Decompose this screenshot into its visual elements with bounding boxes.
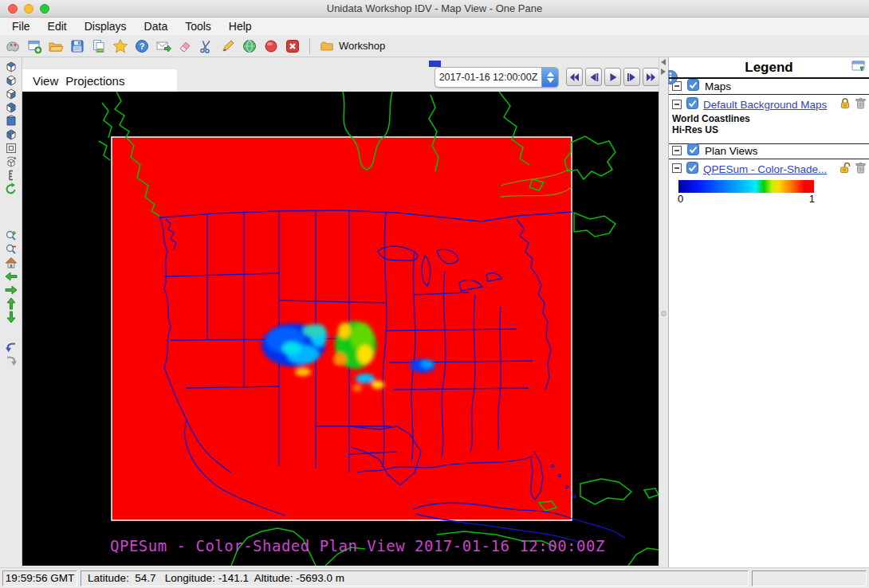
qpesum-display-row: QPESum - Color-Shade... <box>669 159 869 178</box>
map-caption: QPESum - Color-Shaded Plan View 2017-01-… <box>110 537 605 555</box>
collapse-right-icon[interactable] <box>661 69 666 75</box>
menu-displays[interactable]: Displays <box>76 18 136 35</box>
background-maps-link[interactable]: Default Background Maps <box>703 99 835 111</box>
auto-rotate-icon[interactable] <box>4 182 18 195</box>
collapse-left-icon[interactable] <box>661 59 666 65</box>
content-area: View Projections 2017-01-16 12:00:00Z <box>0 57 869 567</box>
undo-icon[interactable] <box>4 339 18 353</box>
collapse-box-icon[interactable] <box>672 98 682 112</box>
projections-menu[interactable]: Projections <box>65 74 124 88</box>
workshop-label: Workshop <box>339 40 385 52</box>
main-toolbar: ? Workshop <box>0 35 869 57</box>
window-title: Unidata Workshop IDV - Map View - One Pa… <box>0 2 869 14</box>
map-topbar: View Projections 2017-01-16 12:00:00Z <box>22 57 659 92</box>
folder-icon <box>319 38 335 54</box>
cube-east-view-icon[interactable] <box>4 100 18 114</box>
copy-icon[interactable] <box>91 38 107 54</box>
open-file-icon[interactable] <box>48 38 64 54</box>
go-to-end-button[interactable] <box>643 68 659 86</box>
cube-south-view-icon[interactable] <box>4 114 18 127</box>
favorites-icon[interactable] <box>112 38 128 54</box>
view-toolbar <box>0 57 22 567</box>
step-forward-button[interactable] <box>623 68 640 86</box>
maps-group-header: Maps <box>669 79 869 95</box>
qpesum-display-link[interactable]: QPESum - Color-Shade... <box>703 163 835 175</box>
lock-closed-icon[interactable] <box>840 97 851 112</box>
collapse-box-icon[interactable] <box>672 144 682 159</box>
legend-splitter[interactable] <box>659 57 668 567</box>
plan-views-group-label: Plan Views <box>705 145 758 157</box>
send-support-icon[interactable] <box>155 38 171 54</box>
go-to-start-button[interactable] <box>566 68 583 86</box>
home-view-icon[interactable] <box>4 256 18 269</box>
trash-icon[interactable] <box>855 97 866 112</box>
map-display[interactable]: QPESum - Color-Shaded Plan View 2017-01-… <box>22 92 659 566</box>
plan-views-checkbox[interactable] <box>687 143 699 159</box>
menu-tools[interactable]: Tools <box>176 18 220 35</box>
splitter-grip[interactable] <box>661 311 666 316</box>
step-back-button[interactable] <box>585 68 602 86</box>
cube-north-view-icon[interactable] <box>4 87 18 100</box>
menu-file[interactable]: File <box>3 18 39 35</box>
collapse-box-icon[interactable] <box>672 162 682 176</box>
menu-data[interactable]: Data <box>136 18 177 35</box>
qpesum-checkbox[interactable] <box>686 162 698 177</box>
globe-icon[interactable] <box>242 38 258 54</box>
exit-icon[interactable] <box>285 38 301 54</box>
menu-edit[interactable]: Edit <box>39 18 76 35</box>
help-icon[interactable]: ? <box>134 38 150 54</box>
cube-bottom-view-icon[interactable] <box>4 73 18 87</box>
legend-header: Legend <box>669 57 869 79</box>
title-bar: Unidata Workshop IDV - Map View - One Pa… <box>0 0 869 18</box>
legend-panel: Legend Maps Default Background Maps Worl… <box>668 57 869 567</box>
colorbar-labels: 0 1 <box>678 193 815 205</box>
pan-up-icon[interactable] <box>4 296 18 310</box>
time-spinner[interactable] <box>541 67 558 88</box>
edit-icon[interactable] <box>220 38 236 54</box>
toolbar-separator <box>309 38 310 54</box>
zoom-in-icon[interactable] <box>4 229 18 242</box>
maps-group-checkbox[interactable] <box>687 79 699 94</box>
trash-icon[interactable] <box>855 162 866 177</box>
menu-help[interactable]: Help <box>220 18 261 35</box>
zoom-out-icon[interactable] <box>4 242 18 256</box>
map-view-pane: View Projections 2017-01-16 12:00:00Z <box>22 57 659 567</box>
wireframe-box-icon[interactable] <box>4 141 18 155</box>
save-icon[interactable] <box>69 38 85 54</box>
view-menus: View Projections <box>22 69 177 92</box>
cube-top-view-icon[interactable] <box>4 60 18 73</box>
maps-group-label: Maps <box>705 80 731 92</box>
pan-down-icon[interactable] <box>4 310 18 323</box>
cursor-position-display: Latitude: 54.7 Longitude: -141.1 Altitud… <box>81 570 749 586</box>
time-slider-marker[interactable] <box>429 61 441 67</box>
svg-text:?: ? <box>140 41 145 51</box>
colorbar-max: 1 <box>809 193 815 205</box>
status-bar: 19:59:56 GMT Latitude: 54.7 Longitude: -… <box>0 567 869 588</box>
background-maps-row: Default Background Maps <box>669 95 869 113</box>
cut-icon[interactable] <box>199 38 214 54</box>
redo-icon[interactable] <box>4 353 18 367</box>
cube-west-view-icon[interactable] <box>4 127 18 141</box>
dashboard-icon[interactable] <box>5 38 21 54</box>
stop-loads-icon[interactable] <box>263 38 279 54</box>
erase-displays-icon[interactable] <box>177 38 193 54</box>
float-legend-icon[interactable] <box>851 61 866 76</box>
pan-right-icon[interactable] <box>4 283 18 296</box>
clock-display: 19:59:56 GMT <box>2 570 77 586</box>
layer-world-coastlines: World Coastlines <box>669 113 869 124</box>
vertical-scale-icon[interactable] <box>4 168 18 182</box>
pan-left-icon[interactable] <box>4 269 18 283</box>
new-window-icon[interactable] <box>26 38 42 54</box>
idv-map-view-window: Unidata Workshop IDV - Map View - One Pa… <box>0 0 869 588</box>
legend-colorbar[interactable] <box>678 180 814 193</box>
view-menu[interactable]: View <box>33 74 58 88</box>
time-value: 2017-01-16 12:00:00Z <box>435 72 541 83</box>
rotate-view-icon[interactable] <box>4 155 18 168</box>
time-select[interactable]: 2017-01-16 12:00:00Z <box>434 67 559 88</box>
lock-open-icon[interactable] <box>840 162 851 177</box>
layer-hires-us: Hi-Res US <box>669 124 869 135</box>
background-maps-checkbox[interactable] <box>686 97 698 112</box>
legend-title: Legend <box>745 60 792 76</box>
workshop-favorite[interactable]: Workshop <box>319 38 385 54</box>
play-button[interactable] <box>604 68 621 86</box>
